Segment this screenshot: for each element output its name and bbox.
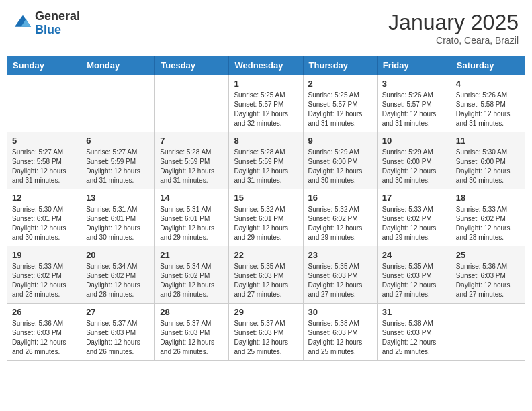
calendar-cell: 19Sunrise: 5:33 AM Sunset: 6:02 PM Dayli… bbox=[7, 246, 81, 304]
day-info: Sunrise: 5:26 AM Sunset: 5:57 PM Dayligh… bbox=[382, 91, 446, 128]
day-number: 11 bbox=[456, 136, 520, 146]
day-number: 5 bbox=[12, 136, 76, 146]
calendar-cell: 24Sunrise: 5:35 AM Sunset: 6:03 PM Dayli… bbox=[377, 246, 451, 304]
day-number: 20 bbox=[86, 250, 150, 260]
calendar-cell: 22Sunrise: 5:35 AM Sunset: 6:03 PM Dayli… bbox=[229, 246, 303, 304]
calendar-cell: 5Sunrise: 5:27 AM Sunset: 5:58 PM Daylig… bbox=[7, 132, 81, 189]
day-info: Sunrise: 5:37 AM Sunset: 6:03 PM Dayligh… bbox=[234, 319, 298, 357]
calendar-cell: 2Sunrise: 5:25 AM Sunset: 5:57 PM Daylig… bbox=[303, 75, 377, 132]
day-number: 4 bbox=[456, 79, 520, 89]
day-number: 19 bbox=[12, 250, 76, 260]
day-info: Sunrise: 5:25 AM Sunset: 5:57 PM Dayligh… bbox=[234, 91, 298, 128]
calendar-cell: 9Sunrise: 5:29 AM Sunset: 6:00 PM Daylig… bbox=[303, 132, 377, 189]
weekday-header-wednesday: Wednesday bbox=[229, 56, 303, 75]
day-number: 16 bbox=[308, 193, 372, 203]
calendar-cell: 6Sunrise: 5:27 AM Sunset: 5:59 PM Daylig… bbox=[81, 132, 155, 189]
day-info: Sunrise: 5:28 AM Sunset: 5:59 PM Dayligh… bbox=[234, 148, 298, 185]
calendar-cell: 7Sunrise: 5:28 AM Sunset: 5:59 PM Daylig… bbox=[155, 132, 229, 189]
calendar-cell: 4Sunrise: 5:26 AM Sunset: 5:58 PM Daylig… bbox=[451, 75, 525, 132]
day-info: Sunrise: 5:26 AM Sunset: 5:58 PM Dayligh… bbox=[456, 91, 520, 128]
calendar-cell: 20Sunrise: 5:34 AM Sunset: 6:02 PM Dayli… bbox=[81, 246, 155, 304]
calendar-cell: 3Sunrise: 5:26 AM Sunset: 5:57 PM Daylig… bbox=[377, 75, 451, 132]
calendar-cell: 12Sunrise: 5:30 AM Sunset: 6:01 PM Dayli… bbox=[7, 189, 81, 246]
day-info: Sunrise: 5:32 AM Sunset: 6:02 PM Dayligh… bbox=[308, 205, 372, 242]
day-info: Sunrise: 5:28 AM Sunset: 5:59 PM Dayligh… bbox=[160, 148, 224, 185]
calendar-cell: 31Sunrise: 5:38 AM Sunset: 6:03 PM Dayli… bbox=[377, 304, 451, 361]
calendar-cell: 15Sunrise: 5:32 AM Sunset: 6:01 PM Dayli… bbox=[229, 189, 303, 246]
day-number: 1 bbox=[234, 79, 298, 89]
day-info: Sunrise: 5:33 AM Sunset: 6:02 PM Dayligh… bbox=[456, 205, 520, 242]
calendar-cell: 30Sunrise: 5:38 AM Sunset: 6:03 PM Dayli… bbox=[303, 304, 377, 361]
day-number: 23 bbox=[308, 250, 372, 260]
calendar-cell: 1Sunrise: 5:25 AM Sunset: 5:57 PM Daylig… bbox=[229, 75, 303, 132]
day-number: 18 bbox=[456, 193, 520, 203]
day-info: Sunrise: 5:37 AM Sunset: 6:03 PM Dayligh… bbox=[160, 319, 224, 357]
day-info: Sunrise: 5:32 AM Sunset: 6:01 PM Dayligh… bbox=[234, 205, 298, 242]
day-info: Sunrise: 5:31 AM Sunset: 6:01 PM Dayligh… bbox=[86, 205, 150, 242]
day-info: Sunrise: 5:33 AM Sunset: 6:02 PM Dayligh… bbox=[12, 262, 76, 300]
calendar-cell bbox=[155, 75, 229, 132]
calendar-cell: 23Sunrise: 5:35 AM Sunset: 6:03 PM Dayli… bbox=[303, 246, 377, 304]
calendar-cell bbox=[7, 75, 81, 132]
day-number: 26 bbox=[12, 307, 76, 317]
weekday-header-monday: Monday bbox=[81, 56, 155, 75]
day-number: 7 bbox=[160, 136, 224, 146]
day-info: Sunrise: 5:29 AM Sunset: 6:00 PM Dayligh… bbox=[308, 148, 372, 185]
day-number: 15 bbox=[234, 193, 298, 203]
day-number: 25 bbox=[456, 250, 520, 260]
day-info: Sunrise: 5:33 AM Sunset: 6:02 PM Dayligh… bbox=[382, 205, 446, 242]
calendar-cell bbox=[451, 304, 525, 361]
day-number: 22 bbox=[234, 250, 298, 260]
day-info: Sunrise: 5:27 AM Sunset: 5:59 PM Dayligh… bbox=[86, 148, 150, 185]
calendar-cell: 25Sunrise: 5:36 AM Sunset: 6:03 PM Dayli… bbox=[451, 246, 525, 304]
weekday-header-sunday: Sunday bbox=[7, 56, 81, 75]
day-number: 24 bbox=[382, 250, 446, 260]
day-number: 13 bbox=[86, 193, 150, 203]
day-info: Sunrise: 5:35 AM Sunset: 6:03 PM Dayligh… bbox=[234, 262, 298, 300]
day-info: Sunrise: 5:31 AM Sunset: 6:01 PM Dayligh… bbox=[160, 205, 224, 242]
day-number: 14 bbox=[160, 193, 224, 203]
logo-icon bbox=[13, 14, 32, 33]
calendar-cell: 16Sunrise: 5:32 AM Sunset: 6:02 PM Dayli… bbox=[303, 189, 377, 246]
weekday-header-friday: Friday bbox=[377, 56, 451, 75]
day-info: Sunrise: 5:35 AM Sunset: 6:03 PM Dayligh… bbox=[382, 262, 446, 300]
day-number: 3 bbox=[382, 79, 446, 89]
logo-blue: Blue bbox=[35, 24, 80, 37]
calendar-cell: 21Sunrise: 5:34 AM Sunset: 6:02 PM Dayli… bbox=[155, 246, 229, 304]
day-info: Sunrise: 5:27 AM Sunset: 5:58 PM Dayligh… bbox=[12, 148, 76, 185]
page-header: General Blue January 2025 Crato, Ceara, … bbox=[7, 7, 525, 49]
calendar-cell: 10Sunrise: 5:29 AM Sunset: 6:00 PM Dayli… bbox=[377, 132, 451, 189]
day-info: Sunrise: 5:35 AM Sunset: 6:03 PM Dayligh… bbox=[308, 262, 372, 300]
calendar-cell: 27Sunrise: 5:37 AM Sunset: 6:03 PM Dayli… bbox=[81, 304, 155, 361]
calendar-cell: 26Sunrise: 5:36 AM Sunset: 6:03 PM Dayli… bbox=[7, 304, 81, 361]
weekday-header-saturday: Saturday bbox=[451, 56, 525, 75]
day-number: 27 bbox=[86, 307, 150, 317]
calendar-cell: 14Sunrise: 5:31 AM Sunset: 6:01 PM Dayli… bbox=[155, 189, 229, 246]
calendar-cell: 28Sunrise: 5:37 AM Sunset: 6:03 PM Dayli… bbox=[155, 304, 229, 361]
day-number: 21 bbox=[160, 250, 224, 260]
day-number: 6 bbox=[86, 136, 150, 146]
calendar-table: SundayMondayTuesdayWednesdayThursdayFrid… bbox=[7, 56, 525, 361]
calendar-cell bbox=[81, 75, 155, 132]
title-section: January 2025 Crato, Ceara, Brazil bbox=[388, 10, 519, 46]
calendar-cell: 17Sunrise: 5:33 AM Sunset: 6:02 PM Dayli… bbox=[377, 189, 451, 246]
day-number: 10 bbox=[382, 136, 446, 146]
day-info: Sunrise: 5:36 AM Sunset: 6:03 PM Dayligh… bbox=[12, 319, 76, 357]
day-number: 28 bbox=[160, 307, 224, 317]
day-info: Sunrise: 5:36 AM Sunset: 6:03 PM Dayligh… bbox=[456, 262, 520, 300]
day-info: Sunrise: 5:37 AM Sunset: 6:03 PM Dayligh… bbox=[86, 319, 150, 357]
calendar-cell: 13Sunrise: 5:31 AM Sunset: 6:01 PM Dayli… bbox=[81, 189, 155, 246]
day-number: 31 bbox=[382, 307, 446, 317]
logo: General Blue bbox=[13, 10, 80, 37]
calendar-cell: 11Sunrise: 5:30 AM Sunset: 6:00 PM Dayli… bbox=[451, 132, 525, 189]
day-number: 9 bbox=[308, 136, 372, 146]
day-info: Sunrise: 5:25 AM Sunset: 5:57 PM Dayligh… bbox=[308, 91, 372, 128]
day-number: 12 bbox=[12, 193, 76, 203]
calendar-cell: 29Sunrise: 5:37 AM Sunset: 6:03 PM Dayli… bbox=[229, 304, 303, 361]
day-number: 8 bbox=[234, 136, 298, 146]
day-number: 17 bbox=[382, 193, 446, 203]
calendar-cell: 8Sunrise: 5:28 AM Sunset: 5:59 PM Daylig… bbox=[229, 132, 303, 189]
day-info: Sunrise: 5:34 AM Sunset: 6:02 PM Dayligh… bbox=[86, 262, 150, 300]
logo-text: General Blue bbox=[35, 10, 80, 37]
day-info: Sunrise: 5:30 AM Sunset: 6:01 PM Dayligh… bbox=[12, 205, 76, 242]
